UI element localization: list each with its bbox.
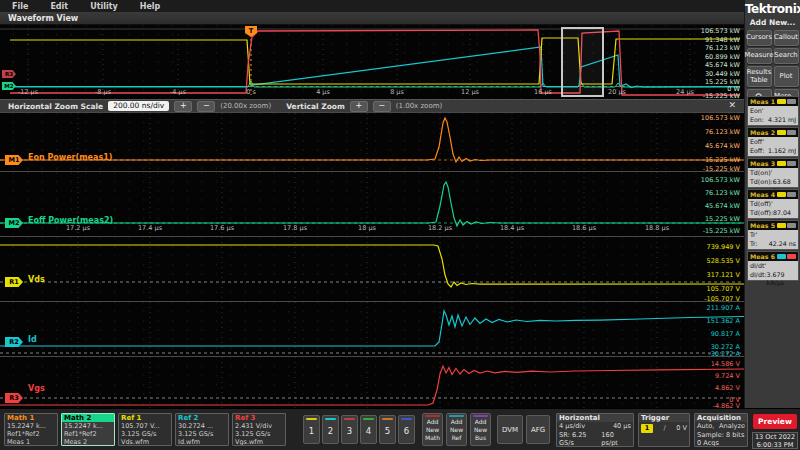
eoff-ytick: -15.225 kW bbox=[703, 227, 740, 235]
vzoom-plus-button[interactable]: + bbox=[350, 101, 368, 112]
search-button[interactable]: Search bbox=[774, 48, 799, 64]
channel-number: 4 bbox=[361, 420, 376, 442]
meas-name: Eoff: bbox=[750, 147, 764, 156]
eoff-ytick: 15.225 kW bbox=[705, 215, 740, 223]
overview-graticule[interactable]: T -12 µs -8 µs -4 µs 0 s 4 µs 8 µs 12 µs… bbox=[0, 25, 744, 99]
channel-label-eon-power[interactable]: Eon Power(meas1) bbox=[28, 153, 112, 162]
vzoom-factor: (1.00x zoom) bbox=[396, 102, 442, 110]
channel-label-vds[interactable]: Vds bbox=[28, 275, 45, 284]
vgs-ytick: 4.862 V bbox=[715, 384, 740, 392]
badge-line: 3.125 GS/s bbox=[233, 430, 285, 438]
zoom-panel-vgs[interactable]: R3 Vgs 14.586 V 9.724 V 4.862 V 0 V -4.8… bbox=[0, 356, 744, 409]
status-bar: Math 1 15.2247 k... Ref1*Ref2 Meas 1 Mat… bbox=[0, 408, 800, 450]
acq-mode: Auto, bbox=[697, 422, 714, 431]
cursors-button[interactable]: Cursors bbox=[747, 30, 772, 46]
meas-name: Tr: bbox=[750, 240, 758, 249]
eoff-ytick: 76.123 kW bbox=[705, 189, 740, 197]
meas-extra-badge bbox=[787, 192, 796, 197]
meas-card-6[interactable]: Meas 6 dI/dt' dI/dt: 3.679 kA/µs bbox=[747, 251, 799, 281]
tektronix-logo: Tektronix bbox=[745, 2, 800, 16]
overview-ytick: 60.899 kW bbox=[705, 53, 740, 61]
menu-help[interactable]: Help bbox=[140, 2, 161, 11]
callout-button[interactable]: Callout bbox=[774, 30, 799, 46]
plot-button[interactable]: Plot bbox=[774, 66, 799, 87]
channel-label-id[interactable]: Id bbox=[28, 335, 37, 344]
badge-line: Ref1*Ref2 bbox=[62, 430, 114, 438]
h-samplerate: SR: 6.25 GS/s bbox=[559, 431, 601, 447]
dvm-button[interactable]: DVM bbox=[497, 415, 523, 444]
preview-button[interactable]: Preview bbox=[753, 414, 797, 429]
add-new-bus-button[interactable]: Add New Bus bbox=[470, 413, 491, 446]
add-new-ref-button[interactable]: Add New Ref bbox=[446, 413, 467, 446]
meas-card-5[interactable]: Meas 5 Tr' Tr: 42.24 ns bbox=[747, 220, 799, 250]
acquisition-settings-card[interactable]: Acquisition Auto,Analyze Sample: 8 bits … bbox=[694, 413, 748, 447]
meas-card-4[interactable]: Meas 4 Td(off)' Td(off): 87.04 ns bbox=[747, 189, 799, 219]
badge-math2[interactable]: Math 2 15.2247 k... Ref1*Ref2 Meas 2 bbox=[61, 413, 115, 446]
meas-value: 1.162 mJ bbox=[768, 147, 796, 156]
channel-5-button[interactable]: 5 bbox=[379, 415, 396, 444]
menu-utility[interactable]: Utility bbox=[90, 2, 118, 11]
acq-analyze: Analyze bbox=[719, 422, 745, 431]
horizontal-title: Horizontal bbox=[557, 414, 633, 422]
add-color-bar bbox=[425, 415, 440, 417]
date-label: 13 Oct 2022 bbox=[753, 433, 797, 441]
zoom-close-icon[interactable]: ✕ bbox=[728, 100, 736, 110]
datetime-display: 13 Oct 2022 6:00:33 PM bbox=[752, 432, 798, 449]
eoff-ytick: 45.674 kW bbox=[705, 202, 740, 210]
eon-ytick: 45.674 kW bbox=[705, 142, 740, 150]
meas-title: Meas 4 bbox=[750, 191, 776, 198]
hzoom-minus-button[interactable]: − bbox=[197, 101, 215, 112]
vds-ytick: 105.707 V bbox=[707, 285, 740, 293]
zoom-panel-eon-power[interactable]: M1 Eon Power(meas1) 106.573 kW 76.123 kW… bbox=[0, 112, 744, 172]
channel-number: 5 bbox=[380, 420, 395, 442]
badge-line: 30.2724 ... bbox=[176, 422, 228, 430]
acquisition-title: Acquisition bbox=[695, 414, 747, 422]
trigger-settings-card[interactable]: Trigger 1 ∕ 0 V bbox=[638, 413, 690, 447]
add-new-math-button[interactable]: Add New Math bbox=[422, 413, 443, 446]
badge-math1[interactable]: Math 1 15.2247 k... Ref1*Ref2 Meas 1 bbox=[4, 413, 58, 446]
zoom-region-box[interactable] bbox=[562, 28, 603, 96]
right-sidebar: Tektronix Add New... Cursors Callout Mea… bbox=[744, 0, 800, 408]
badge-ref1[interactable]: Ref 1 105.707 V... 3.125 GS/s Vds.wfm bbox=[118, 413, 172, 446]
badge-ref3[interactable]: Ref 3 2.431 V/div 3.125 GS/s Vgs.wfm bbox=[232, 413, 286, 446]
meas-title: Meas 6 bbox=[750, 253, 776, 260]
eoff-ytick: 106.573 kW bbox=[701, 176, 740, 184]
zoom-xtick: 18.8 µs bbox=[645, 224, 669, 232]
zoom-xtick: 18.6 µs bbox=[572, 224, 596, 232]
meas-card-3[interactable]: Meas 3 Td(on)' Td(on): 63.68 ns bbox=[747, 158, 799, 188]
badge-ref2[interactable]: Ref 2 30.2724 ... 3.125 GS/s Id.wfm bbox=[175, 413, 229, 446]
menu-edit[interactable]: Edit bbox=[50, 2, 68, 11]
meas-source-badge bbox=[777, 254, 786, 259]
horizontal-settings-card[interactable]: Horizontal 4 µs/div40 µs SR: 6.25 GS/s16… bbox=[556, 413, 634, 447]
meas-title: Meas 5 bbox=[750, 222, 776, 229]
tab-waveform-view[interactable]: Waveform View bbox=[8, 14, 78, 23]
vzoom-minus-button[interactable]: − bbox=[373, 101, 391, 112]
channel-6-button[interactable]: 6 bbox=[398, 415, 415, 444]
add-color-bar bbox=[449, 415, 464, 417]
channel-4-button[interactable]: 4 bbox=[360, 415, 377, 444]
meas-extra-badge bbox=[787, 254, 796, 259]
zoom-panel-eoff-power[interactable]: M2 Eoff Power(meas2) 106.573 kW 76.123 k… bbox=[0, 171, 744, 237]
menu-file[interactable]: File bbox=[12, 2, 28, 11]
meas-line1: dI/dt' bbox=[750, 262, 796, 271]
channel-2-button[interactable]: 2 bbox=[322, 415, 339, 444]
meas-value: 4.321 mJ bbox=[768, 116, 796, 125]
channel-3-button[interactable]: 3 bbox=[341, 415, 358, 444]
results-table-button[interactable]: Results Table bbox=[747, 66, 772, 87]
meas-card-1[interactable]: Meas 1 Eon' Eon: 4.321 mJ bbox=[747, 96, 799, 126]
hzoom-scale-value[interactable]: 200.00 ns/div bbox=[108, 101, 169, 111]
zoom-panel-id[interactable]: R2 Id 211.907 A 151.362 A 90.817 A 30.27… bbox=[0, 301, 744, 357]
zoom-panel-vds[interactable]: R1 Vds 739.949 V 528.535 V 317.121 V 105… bbox=[0, 236, 744, 302]
vds-trace bbox=[0, 245, 744, 287]
h-resolution: 160 ps/pt bbox=[601, 431, 631, 447]
meas-card-2[interactable]: Meas 2 Eoff' Eoff: 1.162 mJ bbox=[747, 127, 799, 157]
afg-button[interactable]: AFG bbox=[526, 415, 550, 444]
badge-line: Vds.wfm bbox=[119, 438, 171, 446]
hzoom-plus-button[interactable]: + bbox=[174, 101, 192, 112]
meas-name: Eon: bbox=[750, 116, 764, 125]
measure-button[interactable]: Measure bbox=[747, 48, 772, 64]
acq-count: 0 Acqs bbox=[697, 439, 719, 447]
channel-1-button[interactable]: 1 bbox=[303, 415, 320, 444]
vgs-ytick: 14.586 V bbox=[711, 360, 740, 368]
channel-label-vgs[interactable]: Vgs bbox=[28, 384, 45, 393]
